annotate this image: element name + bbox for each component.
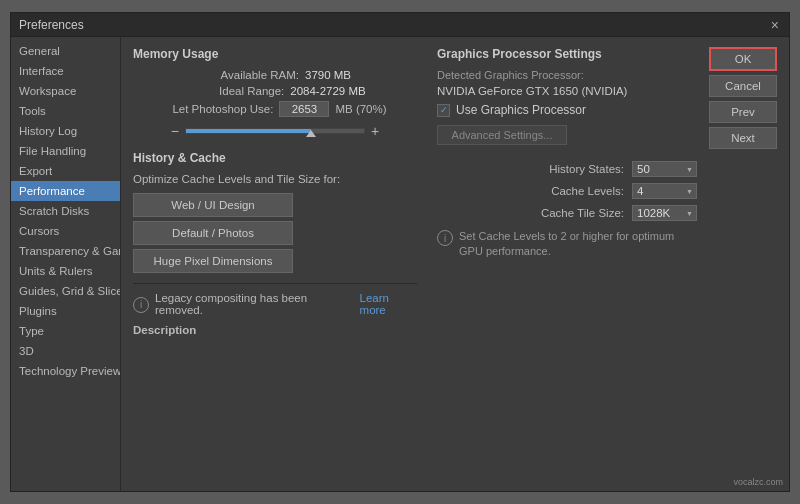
sidebar-item-history-log[interactable]: History Log <box>11 121 120 141</box>
sidebar-item-interface[interactable]: Interface <box>11 61 120 81</box>
sidebar-item-performance[interactable]: Performance <box>11 181 120 201</box>
preferences-dialog: Preferences × GeneralInterfaceWorkspaceT… <box>10 12 790 492</box>
cache-levels-select-wrapper: 4 <box>632 183 697 199</box>
sidebar: GeneralInterfaceWorkspaceToolsHistory Lo… <box>11 37 121 491</box>
gpu-note: i Set Cache Levels to 2 or higher for op… <box>437 229 697 260</box>
slider-decrease-button[interactable]: − <box>171 123 179 139</box>
title-bar: Preferences × <box>11 13 789 37</box>
dialog-title: Preferences <box>19 18 84 32</box>
legacy-text: Legacy compositing has been removed. <box>155 292 354 316</box>
action-buttons: OK Cancel Prev Next <box>709 37 789 491</box>
adv-settings-wrapper: Advanced Settings... <box>437 123 697 145</box>
gpu-note-icon: i <box>437 230 453 246</box>
sidebar-item-general[interactable]: General <box>11 41 120 61</box>
default-photos-button[interactable]: Default / Photos <box>133 221 293 245</box>
sidebar-item-export[interactable]: Export <box>11 161 120 181</box>
learn-more-link[interactable]: Learn more <box>360 292 417 316</box>
let-photoshop-label: Let Photoshop Use: <box>163 103 273 115</box>
gpu-value-row: NVIDIA GeForce GTX 1650 (NVIDIA) <box>437 85 697 97</box>
sidebar-item-cursors[interactable]: Cursors <box>11 221 120 241</box>
sidebar-item-file-handling[interactable]: File Handling <box>11 141 120 161</box>
sidebar-item-plugins[interactable]: Plugins <box>11 301 120 321</box>
photoshop-use-row: Let Photoshop Use: MB (70%) <box>133 101 417 117</box>
memory-slider-fill <box>186 129 311 133</box>
sidebar-item-units--rulers[interactable]: Units & Rulers <box>11 261 120 281</box>
detected-gpu-row: Detected Graphics Processor: <box>437 69 697 81</box>
gpu-section-title: Graphics Processor Settings <box>437 47 697 61</box>
memory-input[interactable] <box>279 101 329 117</box>
sidebar-item-tools[interactable]: Tools <box>11 101 120 121</box>
ideal-range-label: Ideal Range: <box>184 85 284 97</box>
legacy-row: i Legacy compositing has been removed. L… <box>133 292 417 316</box>
web-ui-design-button[interactable]: Web / UI Design <box>133 193 293 217</box>
dialog-content: GeneralInterfaceWorkspaceToolsHistory Lo… <box>11 37 789 491</box>
huge-pixel-button[interactable]: Huge Pixel Dimensions <box>133 249 293 273</box>
cache-levels-row: Cache Levels: 4 <box>437 183 697 199</box>
ideal-range-row: Ideal Range: 2084-2729 MB <box>133 85 417 97</box>
history-states-label: History States: <box>544 163 624 175</box>
sidebar-item-transparency--gamut[interactable]: Transparency & Gamut <box>11 241 120 261</box>
memory-section: Memory Usage Available RAM: 3790 MB Idea… <box>133 47 417 139</box>
right-column: Graphics Processor Settings Detected Gra… <box>437 47 697 481</box>
mb-label: MB (70%) <box>335 103 386 115</box>
watermark: vocalzc.com <box>733 477 783 487</box>
cache-tile-label: Cache Tile Size: <box>541 207 624 219</box>
history-states-select-wrapper: 50 <box>632 161 697 177</box>
cache-tile-select[interactable]: 1028K <box>632 205 697 221</box>
available-ram-value: 3790 MB <box>305 69 351 81</box>
cancel-button[interactable]: Cancel <box>709 75 777 97</box>
cache-tile-row: Cache Tile Size: 1028K <box>437 205 697 221</box>
detected-gpu-label: Detected Graphics Processor: <box>437 69 584 81</box>
gpu-value: NVIDIA GeForce GTX 1650 (NVIDIA) <box>437 85 627 97</box>
bottom-section: i Legacy compositing has been removed. L… <box>133 283 417 336</box>
history-states-row: History States: 50 <box>437 161 697 177</box>
use-gpu-checkbox[interactable] <box>437 104 450 117</box>
cache-section: History & Cache Optimize Cache Levels an… <box>133 151 417 273</box>
left-column: Memory Usage Available RAM: 3790 MB Idea… <box>133 47 417 481</box>
cache-buttons-group: Web / UI Design Default / Photos Huge Pi… <box>133 193 417 273</box>
use-gpu-label: Use Graphics Processor <box>456 103 586 117</box>
memory-slider-thumb <box>306 130 316 137</box>
gpu-section: Graphics Processor Settings Detected Gra… <box>437 47 697 145</box>
main-columns: Memory Usage Available RAM: 3790 MB Idea… <box>133 47 697 481</box>
cache-levels-label: Cache Levels: <box>544 185 624 197</box>
cache-section-title: History & Cache <box>133 151 417 165</box>
sidebar-item-type[interactable]: Type <box>11 321 120 341</box>
memory-slider-row: − + <box>133 123 417 139</box>
advanced-settings-button[interactable]: Advanced Settings... <box>437 125 567 145</box>
available-ram-row: Available RAM: 3790 MB <box>133 69 417 81</box>
sidebar-item-guides-grid--slices[interactable]: Guides, Grid & Slices <box>11 281 120 301</box>
sidebar-item-technology-previews[interactable]: Technology Previews <box>11 361 120 381</box>
ok-button[interactable]: OK <box>709 47 777 71</box>
memory-slider-track[interactable] <box>185 128 365 134</box>
legacy-info-icon: i <box>133 297 149 313</box>
close-button[interactable]: × <box>769 17 781 33</box>
next-button[interactable]: Next <box>709 127 777 149</box>
history-states-select[interactable]: 50 <box>632 161 697 177</box>
main-area: Memory Usage Available RAM: 3790 MB Idea… <box>121 37 709 491</box>
slider-increase-button[interactable]: + <box>371 123 379 139</box>
use-gpu-row[interactable]: Use Graphics Processor <box>437 103 697 117</box>
gpu-note-text: Set Cache Levels to 2 or higher for opti… <box>459 229 697 260</box>
cache-tile-select-wrapper: 1028K <box>632 205 697 221</box>
description-label: Description <box>133 324 417 336</box>
ideal-range-value: 2084-2729 MB <box>290 85 365 97</box>
cache-settings-group: History States: 50 Cache Levels: <box>437 161 697 260</box>
sidebar-item-workspace[interactable]: Workspace <box>11 81 120 101</box>
sidebar-item-scratch-disks[interactable]: Scratch Disks <box>11 201 120 221</box>
available-ram-label: Available RAM: <box>199 69 299 81</box>
cache-subtitle: Optimize Cache Levels and Tile Size for: <box>133 173 417 185</box>
sidebar-item-3d[interactable]: 3D <box>11 341 120 361</box>
memory-section-title: Memory Usage <box>133 47 417 61</box>
prev-button[interactable]: Prev <box>709 101 777 123</box>
cache-levels-select[interactable]: 4 <box>632 183 697 199</box>
